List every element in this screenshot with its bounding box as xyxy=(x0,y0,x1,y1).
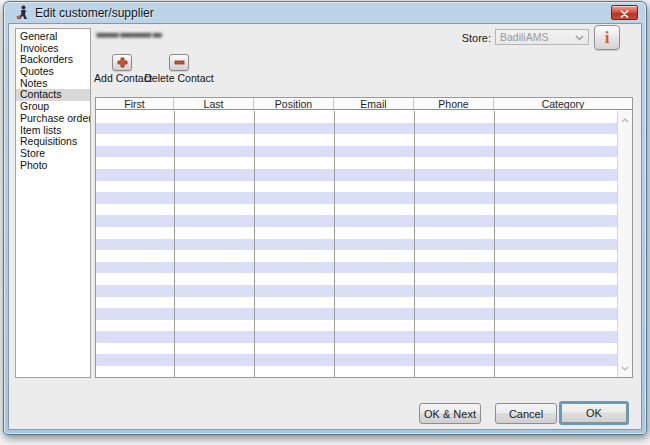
minus-icon xyxy=(174,54,185,72)
store-dropdown-value: BadiliAMS xyxy=(500,31,548,43)
customer-name-redacted: ■■■■■ ■■■■■■■ ■■ xyxy=(96,30,204,41)
sidebar-item-purchase-orders[interactable]: Purchase orders xyxy=(16,113,90,125)
titlebar[interactable]: Edit customer/supplier xyxy=(8,2,642,23)
sidebar-item-backorders[interactable]: Backorders xyxy=(16,54,90,66)
column-header-position[interactable]: Position xyxy=(254,98,334,109)
info-icon: i xyxy=(605,29,610,46)
window-title: Edit customer/supplier xyxy=(35,6,154,20)
sidebar-item-item-lists[interactable]: Item lists xyxy=(16,125,90,137)
column-divider xyxy=(494,111,495,377)
sidebar-item-group[interactable]: Group xyxy=(16,101,90,113)
chevron-down-icon xyxy=(575,31,584,43)
contacts-table-header: FirstLastPositionEmailPhoneCategory xyxy=(96,98,632,110)
sidebar-item-quotes[interactable]: Quotes xyxy=(16,66,90,78)
column-header-first[interactable]: First xyxy=(96,98,174,109)
column-header-email[interactable]: Email xyxy=(334,98,414,109)
column-divider xyxy=(334,111,335,377)
column-divider xyxy=(254,111,255,377)
close-button[interactable] xyxy=(611,5,638,20)
store-label: Store: xyxy=(455,32,491,44)
sidebar-item-requisitions[interactable]: Requisitions xyxy=(16,136,90,148)
sidebar-item-invoices[interactable]: Invoices xyxy=(16,43,90,55)
customer-person-icon xyxy=(14,5,30,20)
sidebar-item-photo[interactable]: Photo xyxy=(16,160,90,172)
dialog-content: GeneralInvoicesBackordersQuotesNotesCont… xyxy=(8,23,642,430)
screen-background: Edit customer/supplier GeneralInvoicesBa… xyxy=(0,0,650,445)
sidebar-item-contacts[interactable]: Contacts xyxy=(16,89,90,101)
sidebar-item-general[interactable]: General xyxy=(16,31,90,43)
plus-icon xyxy=(117,54,128,72)
close-icon xyxy=(620,4,629,22)
info-button[interactable]: i xyxy=(594,25,620,50)
column-divider xyxy=(174,111,175,377)
add-contact-button[interactable] xyxy=(112,54,132,71)
column-header-phone[interactable]: Phone xyxy=(414,98,494,109)
store-dropdown[interactable]: BadiliAMS xyxy=(495,29,589,45)
sidebar-item-store[interactable]: Store xyxy=(16,148,90,160)
sidebar-item-notes[interactable]: Notes xyxy=(16,78,90,90)
scroll-up-icon[interactable] xyxy=(618,113,632,127)
ok-next-button[interactable]: OK & Next xyxy=(419,403,481,424)
edit-customer-supplier-dialog: Edit customer/supplier GeneralInvoicesBa… xyxy=(3,1,647,435)
vertical-scrollbar[interactable] xyxy=(617,111,632,377)
ok-button[interactable]: OK xyxy=(559,401,629,425)
sidebar-tabs: GeneralInvoicesBackordersQuotesNotesCont… xyxy=(15,28,91,378)
column-header-last[interactable]: Last xyxy=(174,98,254,109)
delete-contact-label: Delete Contact xyxy=(137,72,221,84)
delete-contact-button[interactable] xyxy=(169,54,189,71)
column-header-category[interactable]: Category xyxy=(494,98,632,109)
contacts-table: FirstLastPositionEmailPhoneCategory xyxy=(95,97,633,378)
scroll-down-icon[interactable] xyxy=(618,361,632,375)
cancel-button[interactable]: Cancel xyxy=(495,403,557,424)
column-divider xyxy=(414,111,415,377)
